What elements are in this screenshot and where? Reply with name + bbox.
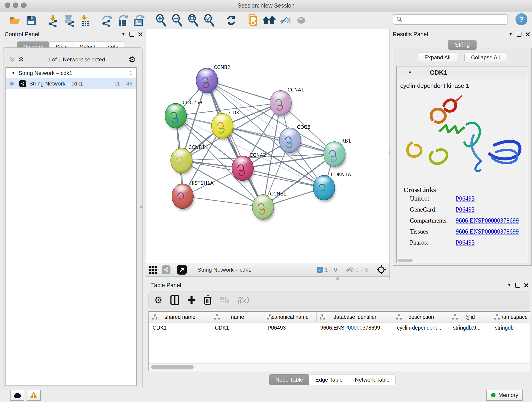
crosslink-link[interactable]: P06493 xyxy=(456,206,475,213)
network-share-view-icon[interactable] xyxy=(162,265,171,274)
expand-all-button[interactable]: Expand All xyxy=(418,52,457,63)
network-node-HIST1H1A[interactable]: HIST1H1A xyxy=(172,180,214,211)
gene-header-row[interactable]: ▼ CDK1 xyxy=(397,66,528,79)
table-type-tabs: Node TableEdge TableNetwork Table xyxy=(269,374,396,385)
column-header-shared-name[interactable]: shared name xyxy=(149,312,211,322)
network-collection-row[interactable]: ▼ String Network – cdk1 1 xyxy=(6,68,136,78)
network-node-CDC6[interactable]: CDC6 xyxy=(279,124,310,155)
show-columns-icon[interactable] xyxy=(170,295,179,305)
save-session-button[interactable] xyxy=(24,13,38,27)
tab-edge-table[interactable]: Edge Table xyxy=(309,374,349,385)
import-network-button[interactable] xyxy=(46,13,60,27)
export-network-button[interactable] xyxy=(100,13,114,27)
results-panel-close-icon[interactable] xyxy=(526,32,530,36)
column-header-canonical-name[interactable]: canonical name xyxy=(264,312,317,322)
table-row[interactable]: CDK1CDK1P064939606.ENSP00000378699cyclin… xyxy=(149,322,530,333)
export-table-button[interactable] xyxy=(116,13,130,27)
table-cell[interactable]: stringdb:9... xyxy=(449,322,491,333)
crosslink-link[interactable]: P06493 xyxy=(456,195,475,202)
column-header-name[interactable]: name xyxy=(211,312,264,322)
network-node-CDC25B[interactable]: CDC25B xyxy=(165,100,203,130)
string-documents-button[interactable] xyxy=(247,13,260,27)
create-column-plus-icon[interactable] xyxy=(187,296,196,304)
zoom-in-button[interactable] xyxy=(154,13,168,27)
network-row[interactable]: String Network – cdk1 11 48 xyxy=(6,78,136,89)
table-options-gear-icon[interactable]: ⚙ xyxy=(154,295,162,305)
zoom-fit-button[interactable] xyxy=(186,13,200,27)
column-header-description[interactable]: description xyxy=(393,312,449,322)
cloud-button[interactable] xyxy=(10,390,24,401)
export-image-button[interactable] xyxy=(133,13,146,27)
network-edge-CCNB2-CCNE1[interactable] xyxy=(207,80,263,207)
control-panel-menu-icon[interactable]: ▼ xyxy=(121,32,125,37)
tab-network-table[interactable]: Network Table xyxy=(349,374,396,385)
table-cell[interactable]: CDK1 xyxy=(149,322,211,333)
column-header-database-identifier[interactable]: database identifier xyxy=(317,312,393,322)
table-cell[interactable]: CDK1 xyxy=(211,322,264,333)
node-label-CDKN1A: CDKN1A xyxy=(331,172,351,177)
control-panel-close-icon[interactable] xyxy=(138,32,143,36)
collapse-all-icon[interactable] xyxy=(9,57,15,63)
collapse-all-button[interactable]: Collapse All xyxy=(464,52,506,63)
control-panel: Control Panel ▼ NetworkStyleSelectSets 1… xyxy=(0,29,146,389)
crosslink-link[interactable]: 9606.ENSP00000378699 xyxy=(456,217,519,224)
network-node-RB1[interactable]: RB1 xyxy=(324,138,351,168)
tab-node-table[interactable]: Node Table xyxy=(269,374,309,385)
search-icon xyxy=(396,16,403,23)
table-panel-menu-icon[interactable]: ▼ xyxy=(507,283,511,288)
import-table-button[interactable] xyxy=(78,13,92,27)
delete-column-trash-icon[interactable] xyxy=(204,295,212,305)
table-cell[interactable]: P06493 xyxy=(264,322,317,333)
network-canvas[interactable]: CCNB2CCNA1CDC25BCDK1CDC6RB1CCNB1CCNA2CDK… xyxy=(146,29,389,263)
table-cell[interactable]: cyclin-dependent ... xyxy=(393,322,449,333)
help-button[interactable]: ? xyxy=(515,13,527,25)
selected-checkbox-icon[interactable]: ✓ xyxy=(317,267,323,273)
results-panel-menu-icon[interactable]: ▼ xyxy=(509,32,513,37)
refresh-icon xyxy=(225,15,237,26)
open-session-button[interactable] xyxy=(8,13,22,27)
network-node-CCNA1[interactable]: CCNA1 xyxy=(270,87,304,117)
network-edge-CCNE1-HIST1H1A[interactable] xyxy=(183,196,263,207)
control-panel-float-icon[interactable] xyxy=(129,32,134,37)
network-node-CCNB2[interactable]: CCNB2 xyxy=(196,65,230,95)
gene-collapse-icon[interactable]: ▼ xyxy=(408,70,412,75)
hide-panels-button[interactable] xyxy=(279,13,292,27)
horizontal-splitter-handle[interactable] xyxy=(336,277,339,280)
import-network-database-button[interactable] xyxy=(62,13,76,27)
results-panel-float-icon[interactable] xyxy=(517,32,521,37)
column-header-namespace[interactable]: namespace xyxy=(491,312,530,322)
table-hscrollbar-thumb[interactable] xyxy=(151,365,194,370)
node-label-CCNA1: CCNA1 xyxy=(288,87,304,93)
expand-all-icon[interactable] xyxy=(18,57,24,63)
cytoscape-window: Session: New Session xyxy=(0,0,532,402)
network-node-CDKN1A[interactable]: CDKN1A xyxy=(313,172,351,202)
zoom-selected-button[interactable] xyxy=(203,13,216,27)
hidden-eye-icon[interactable] xyxy=(346,266,354,273)
refresh-button[interactable] xyxy=(225,13,238,27)
warnings-button[interactable] xyxy=(27,390,41,401)
table-toolbar: ⚙ f(x) xyxy=(148,292,529,308)
network-node-count: 11 xyxy=(114,80,120,87)
collection-expand-icon[interactable]: ▼ xyxy=(12,71,15,75)
table-panel-float-icon[interactable] xyxy=(515,283,520,288)
grid-view-icon[interactable] xyxy=(149,265,158,274)
table-cell[interactable]: stringdb xyxy=(491,322,530,333)
tab-string[interactable]: String xyxy=(448,40,476,50)
memory-button[interactable]: Memory xyxy=(486,390,523,401)
detach-view-icon[interactable] xyxy=(177,265,187,274)
crosslink-link[interactable]: 9606.ENSP00000378699 xyxy=(456,228,519,235)
home-legacy-button[interactable] xyxy=(263,13,276,27)
column-header--id[interactable]: @id xyxy=(449,312,491,322)
table-cell[interactable]: 9606.ENSP00000378699 xyxy=(317,322,393,333)
results-scrollbar-thumb[interactable] xyxy=(398,259,413,262)
table-hscrollbar[interactable] xyxy=(149,363,530,371)
status-bar: Memory xyxy=(0,388,532,402)
show-overview-button[interactable] xyxy=(295,13,308,27)
table-panel-close-icon[interactable] xyxy=(524,283,528,287)
birds-eye-icon[interactable] xyxy=(376,265,386,275)
crosslink-link[interactable]: P06493 xyxy=(456,239,475,246)
search-input[interactable] xyxy=(403,16,507,23)
zoom-out-button[interactable] xyxy=(171,13,184,27)
network-options-gear-icon[interactable]: ⚙ xyxy=(128,56,136,64)
left-splitter-handle[interactable] xyxy=(140,206,143,209)
